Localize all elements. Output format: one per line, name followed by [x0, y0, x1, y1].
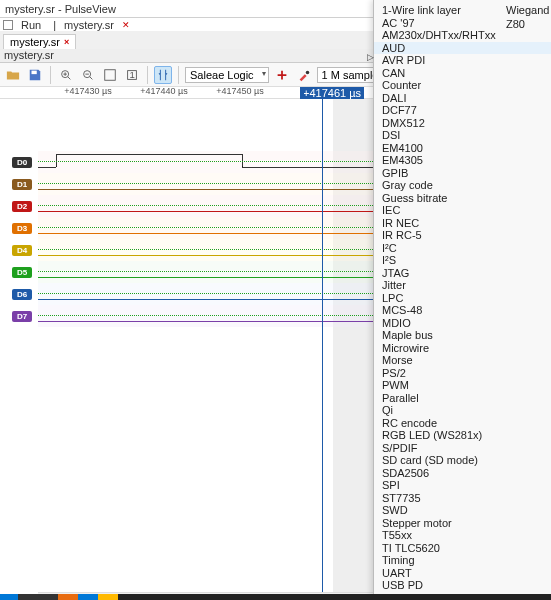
ruler-tick: +417430 µs — [64, 86, 111, 96]
run-checkbox[interactable] — [3, 20, 13, 30]
channel-label-D7[interactable]: D7 — [12, 311, 32, 322]
decoder-item[interactable]: Morse — [374, 354, 551, 367]
decoder-item[interactable]: ST7735 — [374, 492, 551, 505]
decoder-item[interactable]: Gray code — [374, 179, 551, 192]
channel-gutter: D0D1D2D3D4D5D6D7 — [0, 99, 38, 600]
decoder-item[interactable]: PS/2 — [374, 367, 551, 380]
decoder-item[interactable]: EM4305 — [374, 154, 551, 167]
decoder-item[interactable]: S/PDIF — [374, 442, 551, 455]
decoder-item[interactable]: Parallel — [374, 392, 551, 405]
decoder-item[interactable]: GPIB — [374, 167, 551, 180]
close-icon[interactable]: ✕ — [122, 20, 130, 30]
cursor-flag[interactable]: +417461 µs — [300, 87, 364, 99]
decoder-item[interactable]: Qi — [374, 404, 551, 417]
decoder-item[interactable]: AVR PDI — [374, 54, 551, 67]
decoder-item[interactable]: SDA2506 — [374, 467, 551, 480]
zoom-one-icon[interactable]: 1 — [123, 66, 141, 84]
run-label[interactable]: Run — [21, 19, 41, 31]
decoder-item[interactable]: CAN — [374, 67, 551, 80]
decoder-item[interactable]: JTAG — [374, 267, 551, 280]
channel-label-D0[interactable]: D0 — [12, 157, 32, 168]
zoom-out-icon[interactable] — [79, 66, 97, 84]
tab-label: mystery.sr — [10, 36, 60, 48]
tab-mystery[interactable]: mystery.sr × — [3, 34, 76, 49]
svg-text:1: 1 — [129, 68, 134, 79]
decoder-item[interactable]: RC encode — [374, 417, 551, 430]
decoder-item[interactable]: UART — [374, 567, 551, 580]
open-icon[interactable] — [4, 66, 22, 84]
svg-rect-3 — [105, 69, 116, 80]
separator — [178, 66, 179, 84]
decoder-item[interactable]: MDIO — [374, 317, 551, 330]
channel-label-D6[interactable]: D6 — [12, 289, 32, 300]
decoder-item[interactable]: AUD — [374, 42, 551, 55]
decoder-item[interactable]: Wiegand — [498, 4, 551, 17]
channel-label-D5[interactable]: D5 — [12, 267, 32, 278]
decoder-item[interactable]: EM4100 — [374, 142, 551, 155]
file-name: mystery.sr — [4, 49, 54, 61]
channel-label-D3[interactable]: D3 — [12, 223, 32, 234]
decoder-item[interactable]: SPI — [374, 479, 551, 492]
cursor-line[interactable] — [322, 99, 323, 592]
decoder-item[interactable]: T55xx — [374, 529, 551, 542]
decoder-item[interactable]: MCS-48 — [374, 304, 551, 317]
decoder-item[interactable]: USB PD — [374, 579, 551, 592]
probe-icon[interactable] — [295, 66, 313, 84]
decoder-item[interactable]: TI TLC5620 — [374, 542, 551, 555]
config-icon[interactable] — [273, 66, 291, 84]
svg-point-6 — [305, 70, 309, 74]
decoder-item[interactable]: Z80 — [498, 18, 551, 31]
decoder-item[interactable]: SD card (SD mode) — [374, 454, 551, 467]
decoder-item[interactable]: DSI — [374, 129, 551, 142]
decoder-item[interactable]: Microwire — [374, 342, 551, 355]
decoder-item[interactable]: RGB LED (WS281x) — [374, 429, 551, 442]
separator — [147, 66, 148, 84]
decoder-item[interactable]: Counter — [374, 79, 551, 92]
decoder-item[interactable]: IR RC-5 — [374, 229, 551, 242]
svg-rect-0 — [32, 70, 37, 74]
decoder-item[interactable]: Maple bus — [374, 329, 551, 342]
decoder-item[interactable]: AM230x/DHTxx/RHTxx — [374, 29, 551, 42]
window-title: mystery.sr - PulseView — [5, 3, 116, 15]
channel-label-D4[interactable]: D4 — [12, 245, 32, 256]
decoder-menu[interactable]: ▷ 1-Wire link layerAC '97AM230x/DHTxx/RH… — [373, 0, 551, 600]
zoom-in-icon[interactable] — [57, 66, 75, 84]
decoder-item[interactable]: Stepper motor — [374, 517, 551, 530]
device-dropdown[interactable]: Saleae Logic — [185, 67, 269, 83]
decoder-item[interactable]: LPC — [374, 292, 551, 305]
decoder-item[interactable]: PWM — [374, 379, 551, 392]
taskbar — [0, 594, 551, 600]
decoder-item[interactable]: I²C — [374, 242, 551, 255]
cursors-icon[interactable] — [154, 66, 172, 84]
channel-label-D2[interactable]: D2 — [12, 201, 32, 212]
decoder-item[interactable]: DCF77 — [374, 104, 551, 117]
separator — [50, 66, 51, 84]
decoder-item[interactable]: IEC — [374, 204, 551, 217]
decoder-item[interactable]: SWD — [374, 504, 551, 517]
decoder-item[interactable]: IR NEC — [374, 217, 551, 230]
channel-label-D1[interactable]: D1 — [12, 179, 32, 190]
ruler-tick: +417450 µs — [216, 86, 263, 96]
decoder-item[interactable]: DMX512 — [374, 117, 551, 130]
decoder-item[interactable]: Jitter — [374, 279, 551, 292]
decoder-item[interactable]: DALI — [374, 92, 551, 105]
decoder-item[interactable]: Timing — [374, 554, 551, 567]
ruler-tick: +417440 µs — [140, 86, 187, 96]
tab-close-icon[interactable]: × — [64, 37, 69, 47]
active-file-label: mystery.sr — [64, 19, 114, 31]
decoder-item[interactable]: I²S — [374, 254, 551, 267]
submenu-arrow-icon: ▷ — [367, 52, 374, 62]
zoom-fit-icon[interactable] — [101, 66, 119, 84]
save-icon[interactable] — [26, 66, 44, 84]
decoder-item[interactable]: Guess bitrate — [374, 192, 551, 205]
